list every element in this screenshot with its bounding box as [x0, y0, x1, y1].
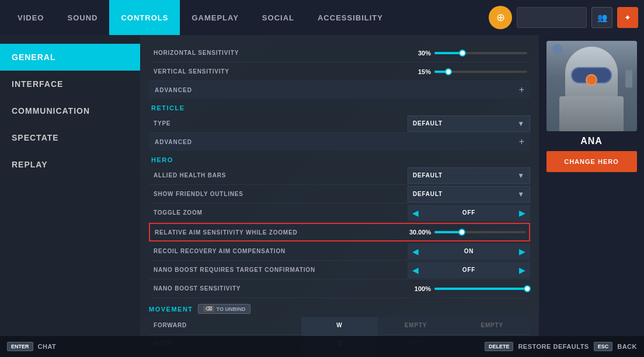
- back-label[interactable]: BACK: [617, 343, 637, 350]
- type-dropdown-arrow: ▼: [517, 120, 525, 128]
- nav-tab-gameplay[interactable]: GAMEPLAY: [180, 0, 250, 35]
- top-navigation: VIDEO SOUND CONTROLS GAMEPLAY SOCIAL ACC…: [0, 0, 644, 35]
- sidebar-item-general[interactable]: GENERAL: [0, 44, 140, 71]
- horizontal-sensitivity-control[interactable]: 30%: [408, 50, 530, 57]
- bottom-bar: ENTER CHAT DELETE RESTORE DEFAULTS ESC B…: [0, 336, 644, 357]
- sidebar-item-spectate[interactable]: SPECTATE: [0, 124, 140, 151]
- recoil-recovery-row: RECOIL RECOVERY AIM COMPENSATION ◀ ON ▶: [149, 242, 530, 261]
- nano-boost-sens-slider[interactable]: 100%: [410, 285, 527, 292]
- unbind-key: ⌫: [203, 306, 214, 312]
- recoil-recovery-right-arrow[interactable]: ▶: [519, 247, 525, 256]
- allied-health-label: ALLIED HEALTH BARS: [149, 172, 408, 178]
- nano-boost-target-arrow-control[interactable]: ◀ OFF ▶: [408, 262, 530, 278]
- settings-content: HORIZONTAL SENSITIVITY 30% VERTICAL SENS…: [140, 35, 539, 357]
- horizontal-sensitivity-row: HORIZONTAL SENSITIVITY 30%: [149, 44, 530, 62]
- username-field[interactable]: [517, 7, 587, 28]
- relative-aim-track[interactable]: [434, 231, 526, 233]
- nano-boost-sens-label: NANO BOOST SENSITIVITY: [149, 285, 408, 292]
- friendly-outlines-row: SHOW FRIENDLY OUTLINES DEFAULT ▼: [149, 185, 530, 204]
- hero-detail-1: [552, 44, 563, 54]
- to-unbind-badge: ⌫ TO UNBIND: [198, 304, 251, 314]
- vertical-sensitivity-track[interactable]: [434, 71, 527, 73]
- sidebar-item-interface[interactable]: INTERFACE: [0, 71, 140, 97]
- type-label: TYPE: [149, 120, 408, 127]
- forward-action: FORWARD: [149, 317, 301, 334]
- toggle-zoom-right-arrow[interactable]: ▶: [519, 208, 525, 218]
- relative-aim-value: 30.00%: [409, 229, 431, 236]
- horizontal-sensitivity-slider[interactable]: 30%: [410, 50, 527, 57]
- nano-boost-sens-control[interactable]: 100%: [408, 285, 530, 292]
- friendly-outlines-arrow: ▼: [517, 190, 525, 198]
- nano-boost-target-left-arrow[interactable]: ◀: [412, 265, 419, 275]
- main-area: GENERAL INTERFACE COMMUNICATION SPECTATE…: [0, 35, 644, 357]
- toggle-zoom-arrow-control[interactable]: ◀ OFF ▶: [408, 205, 530, 221]
- friendly-outlines-label: SHOW FRIENDLY OUTLINES: [149, 191, 408, 197]
- horizontal-sensitivity-thumb[interactable]: [459, 50, 466, 57]
- forward-primary[interactable]: W: [301, 317, 378, 334]
- premium-icon-btn[interactable]: ✦: [617, 7, 638, 28]
- advanced-row-1[interactable]: ADVANCED +: [149, 81, 530, 99]
- hero-name: ANA: [580, 136, 603, 146]
- restore-defaults-label[interactable]: RESTORE DEFAULTS: [518, 343, 589, 350]
- toggle-zoom-value: OFF: [462, 209, 475, 216]
- forward-alt2[interactable]: EMPTY: [454, 317, 530, 334]
- nav-tab-sound[interactable]: SOUND: [55, 0, 109, 35]
- friendly-outlines-dropdown[interactable]: DEFAULT ▼: [408, 186, 530, 202]
- vertical-sensitivity-row: VERTICAL SENSITIVITY 15%: [149, 62, 530, 81]
- vertical-sensitivity-thumb[interactable]: [445, 68, 452, 75]
- nano-boost-target-row: NANO BOOST REQUIRES TARGET CONFIRMATION …: [149, 261, 530, 279]
- allied-health-dropdown[interactable]: DEFAULT ▼: [408, 167, 530, 184]
- allied-health-value: DEFAULT: [413, 172, 443, 178]
- nav-tab-social[interactable]: SOCIAL: [250, 0, 306, 35]
- movement-title: MOVEMENT: [149, 306, 193, 313]
- relative-aim-fill: [434, 231, 462, 233]
- horizontal-sensitivity-value: 30%: [410, 50, 431, 57]
- sidebar-item-replay[interactable]: REPLAY: [0, 151, 140, 178]
- relative-aim-thumb[interactable]: [458, 229, 465, 236]
- relative-aim-control[interactable]: 30.00%: [406, 229, 529, 236]
- nano-boost-target-right-arrow[interactable]: ▶: [519, 265, 525, 275]
- nav-tab-accessibility[interactable]: ACCESSIBILITY: [306, 0, 395, 35]
- nano-boost-sens-row: NANO BOOST SENSITIVITY 100%: [149, 279, 530, 298]
- advanced-plus-icon-1: +: [519, 85, 524, 95]
- nav-tab-controls[interactable]: CONTROLS: [109, 0, 180, 35]
- vertical-sensitivity-label: VERTICAL SENSITIVITY: [149, 68, 408, 75]
- advanced-row-2[interactable]: ADVANCED +: [149, 133, 530, 150]
- relative-aim-row: RELATIVE AIM SENSITIVITY WHILE ZOOMED 30…: [149, 223, 530, 242]
- horizontal-sensitivity-fill: [434, 52, 462, 54]
- recoil-recovery-arrow-control[interactable]: ◀ ON ▶: [408, 243, 530, 260]
- vertical-sensitivity-control[interactable]: 15%: [408, 68, 530, 75]
- relative-aim-slider[interactable]: 30.00%: [409, 229, 526, 236]
- nano-boost-sens-value: 100%: [410, 285, 431, 292]
- overwatch-logo: ⊕: [489, 6, 512, 29]
- recoil-recovery-left-arrow[interactable]: ◀: [412, 247, 419, 256]
- nav-right: ⊕ 👥 ✦: [489, 6, 638, 29]
- vertical-sensitivity-value: 15%: [410, 68, 431, 75]
- forward-alt1[interactable]: EMPTY: [378, 317, 454, 334]
- hero-visor: [571, 67, 612, 83]
- change-hero-button[interactable]: CHANGE HERO: [546, 151, 637, 172]
- keybind-row-forward: FORWARD W EMPTY EMPTY: [149, 317, 530, 334]
- toggle-zoom-left-arrow[interactable]: ◀: [412, 208, 419, 218]
- recoil-recovery-control[interactable]: ◀ ON ▶: [408, 243, 530, 260]
- allied-health-arrow: ▼: [517, 172, 525, 180]
- advanced-label-1: ADVANCED: [155, 87, 519, 93]
- nano-boost-sens-thumb[interactable]: [524, 285, 531, 292]
- recoil-recovery-label: RECOIL RECOVERY AIM COMPENSATION: [149, 248, 408, 254]
- nav-tab-video[interactable]: VIDEO: [6, 0, 55, 35]
- sidebar-item-communication[interactable]: COMMUNICATION: [0, 97, 140, 124]
- horizontal-sensitivity-track[interactable]: [434, 52, 527, 54]
- nano-boost-target-control[interactable]: ◀ OFF ▶: [408, 262, 530, 278]
- hero-portrait-inner: [546, 41, 637, 131]
- type-dropdown[interactable]: DEFAULT ▼: [408, 116, 530, 132]
- nano-boost-sens-track[interactable]: [434, 288, 527, 290]
- hero-section-header: HERO: [149, 156, 530, 163]
- toggle-zoom-label: TOGGLE ZOOM: [149, 209, 408, 216]
- vertical-sensitivity-slider[interactable]: 15%: [410, 68, 527, 75]
- toggle-zoom-control[interactable]: ◀ OFF ▶: [408, 205, 530, 221]
- social-icon-btn[interactable]: 👥: [591, 7, 612, 28]
- recoil-recovery-value: ON: [464, 248, 474, 254]
- reticle-section-header: RETICLE: [149, 104, 530, 111]
- advanced-plus-icon-2: +: [519, 136, 524, 147]
- hero-body: [559, 96, 624, 131]
